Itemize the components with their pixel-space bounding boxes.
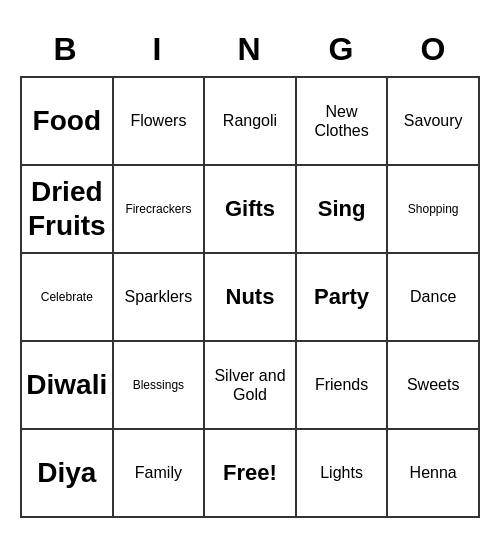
bingo-cell-0-0: Food: [22, 78, 114, 166]
bingo-cell-0-3: New Clothes: [297, 78, 389, 166]
bingo-header: BINGO: [20, 26, 480, 76]
bingo-cell-0-4: Savoury: [388, 78, 480, 166]
bingo-cell-3-4: Sweets: [388, 342, 480, 430]
bingo-cell-text-0-2: Rangoli: [223, 111, 277, 130]
bingo-cell-text-1-1: Firecrackers: [125, 202, 191, 216]
bingo-cell-2-0: Celebrate: [22, 254, 114, 342]
header-letter-B: B: [20, 26, 112, 76]
header-letter-O: O: [388, 26, 480, 76]
bingo-cell-0-2: Rangoli: [205, 78, 297, 166]
bingo-cell-1-3: Sing: [297, 166, 389, 254]
bingo-cell-text-1-0: Dried Fruits: [26, 175, 108, 242]
bingo-row-2: CelebrateSparklersNutsPartyDance: [22, 254, 480, 342]
bingo-cell-text-2-2: Nuts: [226, 284, 275, 310]
bingo-cell-2-4: Dance: [388, 254, 480, 342]
bingo-cell-text-1-4: Shopping: [408, 202, 459, 216]
bingo-cell-3-0: Diwali: [22, 342, 114, 430]
bingo-cell-text-2-3: Party: [314, 284, 369, 310]
bingo-cell-1-2: Gifts: [205, 166, 297, 254]
bingo-cell-2-1: Sparklers: [114, 254, 206, 342]
bingo-cell-text-2-1: Sparklers: [125, 287, 193, 306]
bingo-row-0: FoodFlowersRangoliNew ClothesSavoury: [22, 78, 480, 166]
bingo-cell-text-1-3: Sing: [318, 196, 366, 222]
bingo-container: BINGO FoodFlowersRangoliNew ClothesSavou…: [10, 16, 490, 528]
bingo-cell-1-0: Dried Fruits: [22, 166, 114, 254]
bingo-cell-3-3: Friends: [297, 342, 389, 430]
bingo-cell-4-4: Henna: [388, 430, 480, 518]
bingo-row-4: DiyaFamilyFree!LightsHenna: [22, 430, 480, 518]
header-letter-N: N: [204, 26, 296, 76]
bingo-cell-text-4-1: Family: [135, 463, 182, 482]
bingo-cell-text-3-3: Friends: [315, 375, 368, 394]
bingo-cell-4-3: Lights: [297, 430, 389, 518]
bingo-row-3: DiwaliBlessingsSilver and GoldFriendsSwe…: [22, 342, 480, 430]
bingo-cell-text-2-0: Celebrate: [41, 290, 93, 304]
bingo-cell-text-3-4: Sweets: [407, 375, 459, 394]
bingo-cell-text-4-0: Diya: [37, 456, 96, 490]
bingo-cell-text-3-2: Silver and Gold: [209, 366, 291, 404]
bingo-cell-4-2: Free!: [205, 430, 297, 518]
bingo-cell-text-0-4: Savoury: [404, 111, 463, 130]
bingo-cell-1-4: Shopping: [388, 166, 480, 254]
bingo-cell-4-0: Diya: [22, 430, 114, 518]
bingo-cell-2-2: Nuts: [205, 254, 297, 342]
bingo-cell-4-1: Family: [114, 430, 206, 518]
bingo-cell-text-3-1: Blessings: [133, 378, 184, 392]
bingo-cell-text-1-2: Gifts: [225, 196, 275, 222]
bingo-cell-text-0-1: Flowers: [130, 111, 186, 130]
bingo-cell-text-4-2: Free!: [223, 460, 277, 486]
bingo-cell-text-0-0: Food: [33, 104, 101, 138]
header-letter-I: I: [112, 26, 204, 76]
bingo-grid: FoodFlowersRangoliNew ClothesSavouryDrie…: [20, 76, 480, 518]
bingo-cell-1-1: Firecrackers: [114, 166, 206, 254]
bingo-row-1: Dried FruitsFirecrackersGiftsSingShoppin…: [22, 166, 480, 254]
bingo-cell-text-4-3: Lights: [320, 463, 363, 482]
bingo-cell-3-1: Blessings: [114, 342, 206, 430]
bingo-cell-text-2-4: Dance: [410, 287, 456, 306]
bingo-cell-2-3: Party: [297, 254, 389, 342]
header-letter-G: G: [296, 26, 388, 76]
bingo-cell-0-1: Flowers: [114, 78, 206, 166]
bingo-cell-text-4-4: Henna: [410, 463, 457, 482]
bingo-cell-text-0-3: New Clothes: [301, 102, 383, 140]
bingo-cell-text-3-0: Diwali: [26, 368, 107, 402]
bingo-cell-3-2: Silver and Gold: [205, 342, 297, 430]
